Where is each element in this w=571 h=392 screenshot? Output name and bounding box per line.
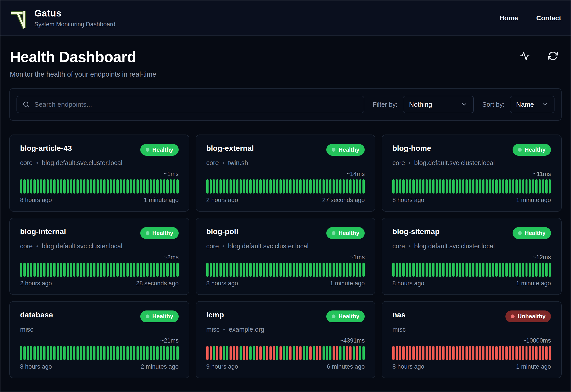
endpoint-card[interactable]: blog-internal Healthy core • blog.defaul… bbox=[9, 218, 189, 295]
health-bar bbox=[57, 346, 59, 360]
health-bar bbox=[429, 263, 431, 277]
health-bar bbox=[449, 263, 451, 277]
health-bar bbox=[343, 179, 345, 194]
health-bar bbox=[472, 263, 474, 277]
health-bar bbox=[136, 263, 139, 277]
nav-link-home[interactable]: Home bbox=[499, 14, 518, 22]
health-bar bbox=[246, 179, 248, 194]
endpoint-name: blog-home bbox=[392, 144, 431, 153]
health-bar bbox=[140, 179, 142, 194]
health-bar bbox=[60, 179, 62, 194]
endpoint-card[interactable]: nas Unhealthy misc ~10000ms 8 hours ago … bbox=[382, 301, 562, 378]
health-bar bbox=[229, 263, 232, 277]
health-bar bbox=[43, 263, 45, 277]
health-bar bbox=[299, 179, 301, 194]
status-badge: Healthy bbox=[140, 227, 179, 239]
endpoint-group: core bbox=[392, 159, 405, 167]
endpoint-card[interactable]: blog-home Healthy core • blog.default.sv… bbox=[382, 135, 562, 211]
health-bar bbox=[156, 346, 159, 360]
status-badge: Healthy bbox=[326, 227, 365, 239]
status-dot-icon bbox=[332, 314, 335, 318]
health-bar bbox=[329, 263, 331, 277]
health-bar bbox=[33, 179, 36, 194]
endpoint-latency: ~21ms bbox=[20, 337, 179, 344]
search-box[interactable] bbox=[16, 96, 364, 113]
health-bar bbox=[259, 346, 262, 360]
health-bar bbox=[107, 263, 109, 277]
endpoint-group: core bbox=[20, 243, 32, 250]
health-bar bbox=[286, 179, 288, 194]
health-bar bbox=[37, 179, 39, 194]
health-bar bbox=[63, 263, 66, 277]
health-bar bbox=[399, 179, 401, 194]
health-bar bbox=[116, 346, 119, 360]
health-bar bbox=[286, 346, 288, 360]
health-bar bbox=[243, 179, 245, 194]
health-bar bbox=[346, 346, 348, 360]
health-bar bbox=[459, 346, 461, 360]
health-bar bbox=[80, 346, 82, 360]
health-bar bbox=[80, 179, 82, 194]
status-badge-label: Healthy bbox=[338, 230, 359, 237]
health-bar bbox=[409, 179, 411, 194]
health-bar bbox=[107, 179, 109, 194]
health-bar bbox=[83, 179, 85, 194]
sort-select[interactable]: Name bbox=[510, 96, 555, 113]
health-bar bbox=[140, 346, 142, 360]
health-bar bbox=[466, 263, 468, 277]
health-bar bbox=[173, 346, 175, 360]
health-bar bbox=[515, 263, 518, 277]
health-bar bbox=[512, 263, 514, 277]
health-bar bbox=[160, 179, 162, 194]
endpoint-card[interactable]: blog-article-43 Healthy core • blog.defa… bbox=[9, 135, 189, 211]
endpoint-host: blog.default.svc.cluster.local bbox=[42, 243, 122, 250]
health-bar bbox=[276, 179, 278, 194]
health-bar bbox=[40, 263, 42, 277]
health-bar bbox=[210, 179, 212, 194]
health-bar bbox=[153, 179, 155, 194]
health-bar bbox=[412, 179, 415, 194]
activity-icon[interactable] bbox=[518, 49, 532, 63]
health-bar bbox=[306, 263, 308, 277]
health-bar bbox=[316, 263, 318, 277]
health-bar bbox=[83, 263, 85, 277]
health-bar bbox=[293, 263, 295, 277]
health-bar bbox=[110, 263, 112, 277]
health-bar bbox=[459, 263, 461, 277]
health-bar bbox=[103, 346, 105, 360]
endpoint-card[interactable]: blog-poll Healthy core • blog.default.sv… bbox=[195, 218, 376, 295]
health-bar bbox=[293, 346, 295, 360]
health-bar bbox=[97, 179, 99, 194]
health-bar bbox=[130, 263, 132, 277]
health-bar bbox=[283, 263, 285, 277]
health-bar bbox=[113, 179, 115, 194]
health-bar bbox=[496, 263, 498, 277]
health-bar bbox=[346, 179, 348, 194]
health-bar bbox=[266, 263, 268, 277]
endpoint-card[interactable]: blog-sitemap Healthy core • blog.default… bbox=[382, 218, 562, 295]
health-bar bbox=[442, 263, 445, 277]
health-bar bbox=[336, 346, 338, 360]
endpoint-card[interactable]: database Healthy misc ~21ms 8 hours ago … bbox=[9, 301, 189, 378]
endpoint-card[interactable]: blog-external Healthy core • twin.sh ~14… bbox=[195, 135, 376, 211]
health-bar bbox=[266, 346, 268, 360]
health-bar bbox=[270, 263, 272, 277]
health-bar bbox=[402, 263, 405, 277]
health-bar bbox=[336, 179, 338, 194]
dot-separator: • bbox=[223, 326, 225, 333]
hero-section: Health Dashboard Monitor the health of y… bbox=[0, 36, 571, 78]
filter-select[interactable]: Nothing bbox=[403, 96, 474, 113]
status-dot-icon bbox=[518, 231, 522, 235]
window-start: 8 hours ago bbox=[206, 280, 238, 287]
nav-link-contact[interactable]: Contact bbox=[536, 14, 561, 22]
health-bar bbox=[436, 346, 438, 360]
refresh-icon[interactable] bbox=[546, 49, 560, 63]
search-input[interactable] bbox=[34, 101, 359, 108]
endpoint-card[interactable]: icmp Healthy misc • example.org ~4391ms … bbox=[195, 301, 376, 378]
health-bar bbox=[37, 263, 39, 277]
health-bar bbox=[549, 179, 551, 194]
health-bar bbox=[243, 263, 245, 277]
health-bar bbox=[469, 263, 471, 277]
health-bar bbox=[316, 179, 318, 194]
health-bar bbox=[509, 179, 511, 194]
